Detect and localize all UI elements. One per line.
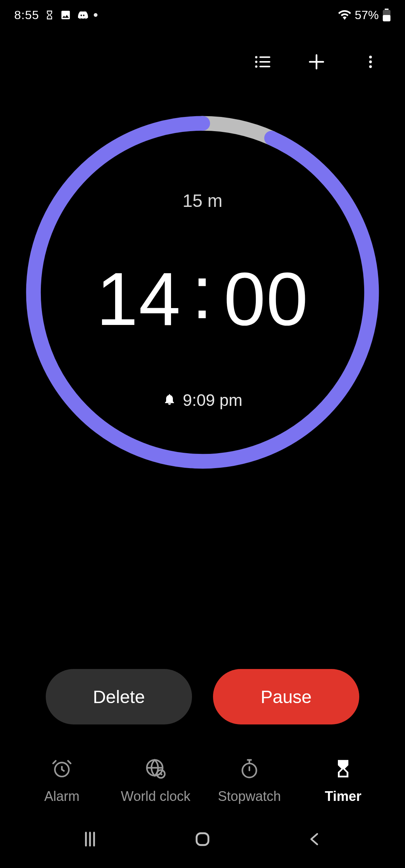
tab-stopwatch-label: Stopwatch (218, 789, 281, 804)
pause-button[interactable]: Pause (213, 669, 359, 724)
tab-world-clock-label: World clock (121, 789, 190, 804)
recents-button[interactable] (75, 824, 105, 854)
status-bar: 8:55 57% (0, 0, 405, 30)
svg-point-7 (256, 66, 256, 67)
status-time: 8:55 (14, 8, 39, 22)
svg-rect-0 (385, 9, 388, 10)
hourglass-tab-icon (333, 758, 354, 783)
globe-icon (145, 758, 166, 783)
svg-point-5 (256, 61, 256, 62)
home-button[interactable] (188, 824, 218, 854)
preset-list-button[interactable] (250, 50, 274, 74)
image-icon (60, 9, 71, 21)
stopwatch-icon (239, 758, 260, 783)
hourglass-icon (44, 10, 55, 20)
back-button[interactable] (300, 824, 330, 854)
pause-button-label: Pause (261, 687, 312, 707)
svg-rect-2 (383, 15, 390, 21)
delete-button[interactable]: Delete (46, 669, 192, 724)
time-seconds: 00 (224, 256, 309, 342)
timer-total-label: 15 m (183, 190, 223, 211)
time-colon: : (181, 249, 224, 335)
notification-dot-icon (94, 13, 98, 17)
bell-icon (163, 391, 176, 410)
tab-alarm-label: Alarm (44, 789, 80, 804)
add-timer-button[interactable] (304, 50, 328, 74)
delete-button-label: Delete (93, 687, 145, 707)
battery-icon (382, 9, 391, 21)
time-minutes: 14 (96, 256, 181, 342)
time-remaining: 14 : 00 (96, 256, 309, 342)
svg-rect-21 (196, 833, 208, 845)
svg-point-12 (369, 60, 372, 63)
svg-point-3 (256, 57, 256, 57)
overflow-menu-button[interactable] (358, 50, 382, 74)
status-bar-right: 57% (338, 8, 391, 22)
tab-timer-label: Timer (325, 789, 361, 804)
system-nav-bar (0, 819, 405, 868)
tab-alarm[interactable]: Alarm (15, 758, 109, 804)
tab-world-clock[interactable]: World clock (109, 758, 202, 804)
svg-point-11 (369, 56, 372, 58)
status-bar-left: 8:55 (14, 8, 98, 22)
tab-timer[interactable]: Timer (296, 758, 390, 804)
wifi-icon (338, 9, 351, 21)
discord-icon (76, 9, 88, 21)
battery-percent: 57% (355, 8, 379, 22)
tab-stopwatch[interactable]: Stopwatch (202, 758, 296, 804)
bottom-tab-bar: Alarm World clock Stopwatch Timer (0, 747, 405, 819)
timer-end-row: 9:09 pm (163, 391, 243, 410)
alarm-clock-icon (51, 758, 72, 783)
timer-button-row: Delete Pause (0, 669, 405, 747)
svg-point-13 (369, 65, 372, 68)
timer-ring-area: 15 m 14 : 00 9:09 pm (0, 94, 405, 476)
top-toolbar (0, 30, 405, 94)
timer-ring: 15 m 14 : 00 9:09 pm (19, 109, 386, 476)
timer-end-time: 9:09 pm (183, 391, 243, 410)
